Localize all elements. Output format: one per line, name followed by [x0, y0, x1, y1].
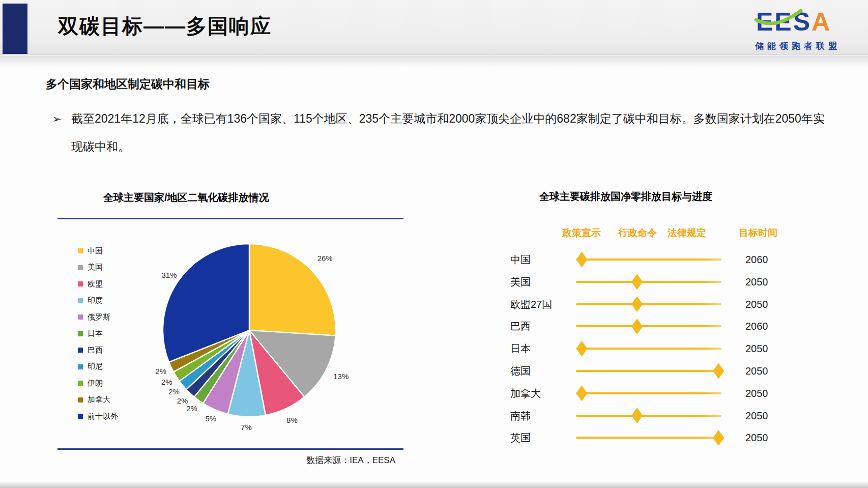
pie-data-label: 7% — [241, 423, 252, 432]
timeline-country: 中国 — [510, 253, 531, 267]
pie-data-label: 13% — [333, 372, 349, 381]
header-shadow — [0, 55, 868, 68]
pie-data-label: 5% — [206, 414, 217, 423]
timeline-col-header: 行政命令 — [618, 226, 657, 240]
timeline-track — [576, 281, 721, 283]
timeline-chart-title: 全球主要碳排放国净零排放目标与进度 — [488, 190, 763, 204]
timeline-country: 南韩 — [510, 409, 531, 422]
timeline-row: 加拿大 2050 — [488, 385, 817, 402]
title-accent-block — [3, 4, 27, 54]
timeline-year: 2050 — [745, 343, 768, 355]
timeline-marker — [576, 385, 587, 401]
timeline-row: 巴西 2060 — [488, 318, 817, 335]
page-title: 双碳目标——多国响应 — [58, 12, 272, 40]
timeline-marker — [631, 274, 643, 290]
eesa-logo: EESA 储能领跑者联盟 — [751, 4, 858, 55]
timeline-row: 英国 2050 — [488, 429, 817, 446]
timeline-country: 欧盟27国 — [510, 297, 552, 311]
timeline-track — [576, 370, 721, 372]
data-source-note: 数据来源：IEA，EESA — [57, 454, 403, 466]
timeline-year: 2050 — [745, 298, 768, 310]
timeline-track — [576, 259, 721, 261]
timeline-track — [576, 437, 721, 439]
pie-chart: 26%13%8%7%5%2%2%2%2%2%31% — [56, 176, 412, 476]
slide-bottom-edge — [0, 481, 868, 488]
timeline-row: 欧盟27国 2050 — [488, 296, 817, 313]
logo-tagline: 储能领跑者联盟 — [755, 41, 841, 51]
timeline-col-header: 法律规定 — [668, 226, 706, 240]
timeline-row: 日本 2050 — [488, 340, 817, 357]
timeline-year: 2050 — [745, 410, 768, 421]
slide: 双碳目标——多国响应 EESA 储能领跑者联盟 多个国家和地区制定碳中和目标 ➢… — [0, 0, 868, 488]
timeline-marker — [631, 408, 643, 423]
timeline-year: 2060 — [745, 254, 768, 266]
timeline-country: 美国 — [510, 275, 531, 289]
timeline-country: 加拿大 — [510, 386, 541, 400]
timeline-year: 2050 — [745, 365, 768, 377]
timeline-year: 2050 — [745, 276, 768, 288]
pie-data-label: 2% — [177, 396, 188, 405]
pie-data-label: 8% — [286, 416, 298, 424]
bullet-arrow-icon: ➢ — [52, 105, 62, 133]
timeline-country: 日本 — [510, 342, 531, 356]
timeline-track — [576, 303, 721, 305]
timeline-row: 南韩 2050 — [488, 407, 817, 424]
timeline-marker — [713, 430, 724, 446]
timeline-marker — [631, 319, 643, 334]
timeline-col-header: 政策宣示 — [562, 226, 601, 240]
pie-data-label: 26% — [317, 254, 333, 263]
timeline-row: 美国 2050 — [488, 273, 817, 291]
timeline-row: 中国 2060 — [488, 251, 817, 268]
pie-bottom-rule — [57, 448, 403, 450]
section-subtitle: 多个国家和地区制定碳中和目标 — [46, 76, 210, 92]
pie-data-label: 31% — [162, 271, 177, 279]
timeline-year: 2060 — [745, 321, 768, 332]
timeline-year: 2050 — [745, 387, 768, 399]
timeline-row: 德国 2050 — [488, 362, 817, 380]
timeline-track — [576, 348, 721, 350]
timeline-panel: 全球主要碳排放国净零排放目标与进度 政策宣示行政命令法律规定目标时间 中国 20… — [488, 176, 817, 466]
timeline-marker — [576, 341, 587, 357]
pie-data-label: 2% — [186, 404, 197, 413]
timeline-track — [576, 415, 721, 417]
timeline-track — [576, 392, 721, 394]
pie-panel: 全球主要国家/地区二氧化碳排放情况 中国 美国 欧盟 印度 俄罗斯 日本 — [56, 176, 412, 476]
timeline-country: 英国 — [510, 431, 531, 445]
timeline-track — [576, 325, 721, 327]
bullet-text: 截至2021年12月底，全球已有136个国家、115个地区、235个主要城市和2… — [52, 105, 830, 161]
timeline-marker — [631, 296, 643, 312]
timeline-country: 巴西 — [510, 320, 531, 333]
timeline-marker — [576, 252, 587, 268]
timeline-marker — [713, 363, 724, 379]
pie-data-label: 2% — [161, 378, 172, 386]
timeline-year: 2050 — [745, 432, 768, 444]
timeline-country: 德国 — [510, 364, 531, 378]
bullet-block: ➢ 截至2021年12月底，全球已有136个国家、115个地区、235个主要城市… — [52, 105, 830, 161]
timeline-col-header: 目标时间 — [739, 226, 777, 240]
pie-data-label: 2% — [155, 367, 166, 376]
pie-data-label: 2% — [168, 387, 180, 396]
